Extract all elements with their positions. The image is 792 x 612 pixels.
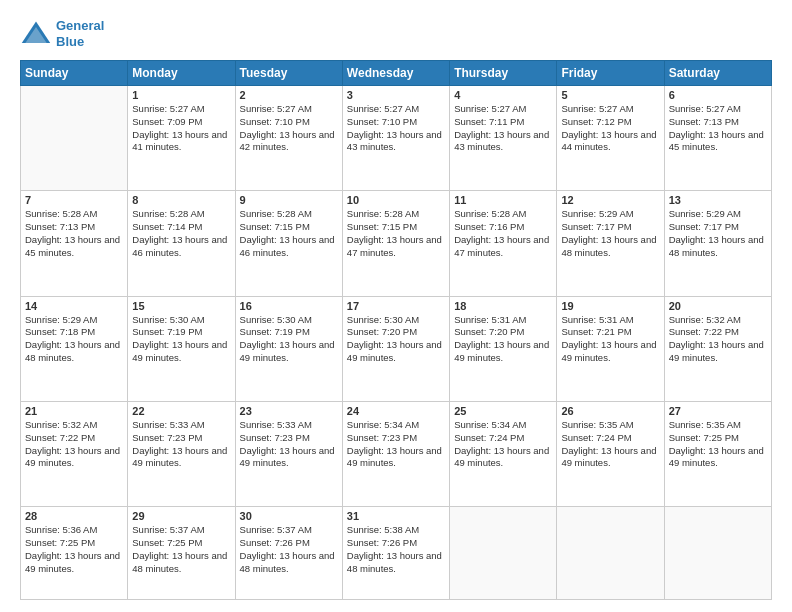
calendar-cell: 21Sunrise: 5:32 AMSunset: 7:22 PMDayligh… — [21, 401, 128, 506]
calendar-cell: 29Sunrise: 5:37 AMSunset: 7:25 PMDayligh… — [128, 507, 235, 600]
calendar-cell: 19Sunrise: 5:31 AMSunset: 7:21 PMDayligh… — [557, 296, 664, 401]
day-detail: Sunrise: 5:32 AMSunset: 7:22 PMDaylight:… — [25, 419, 123, 470]
day-number: 1 — [132, 89, 230, 101]
calendar-cell: 24Sunrise: 5:34 AMSunset: 7:23 PMDayligh… — [342, 401, 449, 506]
calendar-cell: 6Sunrise: 5:27 AMSunset: 7:13 PMDaylight… — [664, 86, 771, 191]
calendar-cell: 12Sunrise: 5:29 AMSunset: 7:17 PMDayligh… — [557, 191, 664, 296]
calendar-week-1: 1Sunrise: 5:27 AMSunset: 7:09 PMDaylight… — [21, 86, 772, 191]
day-detail: Sunrise: 5:35 AMSunset: 7:24 PMDaylight:… — [561, 419, 659, 470]
calendar-table: SundayMondayTuesdayWednesdayThursdayFrid… — [20, 60, 772, 600]
day-detail: Sunrise: 5:29 AMSunset: 7:18 PMDaylight:… — [25, 314, 123, 365]
day-detail: Sunrise: 5:31 AMSunset: 7:21 PMDaylight:… — [561, 314, 659, 365]
day-number: 20 — [669, 300, 767, 312]
day-number: 22 — [132, 405, 230, 417]
calendar-cell: 22Sunrise: 5:33 AMSunset: 7:23 PMDayligh… — [128, 401, 235, 506]
day-detail: Sunrise: 5:33 AMSunset: 7:23 PMDaylight:… — [132, 419, 230, 470]
day-number: 13 — [669, 194, 767, 206]
page: General Blue SundayMondayTuesdayWednesda… — [0, 0, 792, 612]
day-detail: Sunrise: 5:38 AMSunset: 7:26 PMDaylight:… — [347, 524, 445, 575]
logo-text: General Blue — [56, 18, 104, 49]
day-number: 11 — [454, 194, 552, 206]
day-detail: Sunrise: 5:28 AMSunset: 7:16 PMDaylight:… — [454, 208, 552, 259]
calendar-cell: 13Sunrise: 5:29 AMSunset: 7:17 PMDayligh… — [664, 191, 771, 296]
day-number: 18 — [454, 300, 552, 312]
day-detail: Sunrise: 5:37 AMSunset: 7:25 PMDaylight:… — [132, 524, 230, 575]
calendar-header-wednesday: Wednesday — [342, 61, 449, 86]
calendar-cell — [664, 507, 771, 600]
day-detail: Sunrise: 5:33 AMSunset: 7:23 PMDaylight:… — [240, 419, 338, 470]
day-number: 31 — [347, 510, 445, 522]
day-number: 6 — [669, 89, 767, 101]
day-number: 25 — [454, 405, 552, 417]
calendar-cell — [557, 507, 664, 600]
day-detail: Sunrise: 5:32 AMSunset: 7:22 PMDaylight:… — [669, 314, 767, 365]
calendar-cell: 7Sunrise: 5:28 AMSunset: 7:13 PMDaylight… — [21, 191, 128, 296]
calendar-cell: 25Sunrise: 5:34 AMSunset: 7:24 PMDayligh… — [450, 401, 557, 506]
day-detail: Sunrise: 5:27 AMSunset: 7:10 PMDaylight:… — [347, 103, 445, 154]
calendar-cell: 26Sunrise: 5:35 AMSunset: 7:24 PMDayligh… — [557, 401, 664, 506]
day-number: 26 — [561, 405, 659, 417]
day-detail: Sunrise: 5:29 AMSunset: 7:17 PMDaylight:… — [669, 208, 767, 259]
day-number: 23 — [240, 405, 338, 417]
calendar-cell: 17Sunrise: 5:30 AMSunset: 7:20 PMDayligh… — [342, 296, 449, 401]
calendar-cell: 3Sunrise: 5:27 AMSunset: 7:10 PMDaylight… — [342, 86, 449, 191]
calendar-cell — [450, 507, 557, 600]
day-detail: Sunrise: 5:34 AMSunset: 7:23 PMDaylight:… — [347, 419, 445, 470]
day-detail: Sunrise: 5:37 AMSunset: 7:26 PMDaylight:… — [240, 524, 338, 575]
day-number: 24 — [347, 405, 445, 417]
calendar-header-friday: Friday — [557, 61, 664, 86]
day-detail: Sunrise: 5:28 AMSunset: 7:15 PMDaylight:… — [240, 208, 338, 259]
day-detail: Sunrise: 5:28 AMSunset: 7:14 PMDaylight:… — [132, 208, 230, 259]
calendar-cell: 2Sunrise: 5:27 AMSunset: 7:10 PMDaylight… — [235, 86, 342, 191]
day-number: 8 — [132, 194, 230, 206]
calendar-week-5: 28Sunrise: 5:36 AMSunset: 7:25 PMDayligh… — [21, 507, 772, 600]
day-number: 5 — [561, 89, 659, 101]
day-number: 29 — [132, 510, 230, 522]
calendar-week-4: 21Sunrise: 5:32 AMSunset: 7:22 PMDayligh… — [21, 401, 772, 506]
calendar-cell: 23Sunrise: 5:33 AMSunset: 7:23 PMDayligh… — [235, 401, 342, 506]
calendar-cell: 4Sunrise: 5:27 AMSunset: 7:11 PMDaylight… — [450, 86, 557, 191]
day-number: 28 — [25, 510, 123, 522]
day-number: 19 — [561, 300, 659, 312]
day-detail: Sunrise: 5:28 AMSunset: 7:15 PMDaylight:… — [347, 208, 445, 259]
calendar-header-sunday: Sunday — [21, 61, 128, 86]
day-detail: Sunrise: 5:27 AMSunset: 7:09 PMDaylight:… — [132, 103, 230, 154]
calendar-cell: 5Sunrise: 5:27 AMSunset: 7:12 PMDaylight… — [557, 86, 664, 191]
calendar-cell: 28Sunrise: 5:36 AMSunset: 7:25 PMDayligh… — [21, 507, 128, 600]
day-detail: Sunrise: 5:34 AMSunset: 7:24 PMDaylight:… — [454, 419, 552, 470]
calendar-cell: 9Sunrise: 5:28 AMSunset: 7:15 PMDaylight… — [235, 191, 342, 296]
day-number: 30 — [240, 510, 338, 522]
day-number: 27 — [669, 405, 767, 417]
calendar-cell: 10Sunrise: 5:28 AMSunset: 7:15 PMDayligh… — [342, 191, 449, 296]
calendar-cell: 18Sunrise: 5:31 AMSunset: 7:20 PMDayligh… — [450, 296, 557, 401]
calendar-cell: 20Sunrise: 5:32 AMSunset: 7:22 PMDayligh… — [664, 296, 771, 401]
calendar-cell: 8Sunrise: 5:28 AMSunset: 7:14 PMDaylight… — [128, 191, 235, 296]
calendar-week-3: 14Sunrise: 5:29 AMSunset: 7:18 PMDayligh… — [21, 296, 772, 401]
day-number: 4 — [454, 89, 552, 101]
calendar-header-saturday: Saturday — [664, 61, 771, 86]
day-detail: Sunrise: 5:27 AMSunset: 7:11 PMDaylight:… — [454, 103, 552, 154]
calendar-week-2: 7Sunrise: 5:28 AMSunset: 7:13 PMDaylight… — [21, 191, 772, 296]
calendar-header-row: SundayMondayTuesdayWednesdayThursdayFrid… — [21, 61, 772, 86]
calendar-cell: 30Sunrise: 5:37 AMSunset: 7:26 PMDayligh… — [235, 507, 342, 600]
calendar-header-tuesday: Tuesday — [235, 61, 342, 86]
day-number: 10 — [347, 194, 445, 206]
day-number: 21 — [25, 405, 123, 417]
day-number: 12 — [561, 194, 659, 206]
logo-icon — [20, 18, 52, 50]
day-detail: Sunrise: 5:30 AMSunset: 7:19 PMDaylight:… — [240, 314, 338, 365]
calendar-cell: 11Sunrise: 5:28 AMSunset: 7:16 PMDayligh… — [450, 191, 557, 296]
calendar-cell: 31Sunrise: 5:38 AMSunset: 7:26 PMDayligh… — [342, 507, 449, 600]
day-number: 17 — [347, 300, 445, 312]
day-number: 14 — [25, 300, 123, 312]
day-number: 2 — [240, 89, 338, 101]
calendar-cell: 27Sunrise: 5:35 AMSunset: 7:25 PMDayligh… — [664, 401, 771, 506]
day-detail: Sunrise: 5:30 AMSunset: 7:19 PMDaylight:… — [132, 314, 230, 365]
day-number: 9 — [240, 194, 338, 206]
day-number: 3 — [347, 89, 445, 101]
day-number: 16 — [240, 300, 338, 312]
day-number: 7 — [25, 194, 123, 206]
calendar-cell: 14Sunrise: 5:29 AMSunset: 7:18 PMDayligh… — [21, 296, 128, 401]
day-detail: Sunrise: 5:28 AMSunset: 7:13 PMDaylight:… — [25, 208, 123, 259]
day-detail: Sunrise: 5:30 AMSunset: 7:20 PMDaylight:… — [347, 314, 445, 365]
